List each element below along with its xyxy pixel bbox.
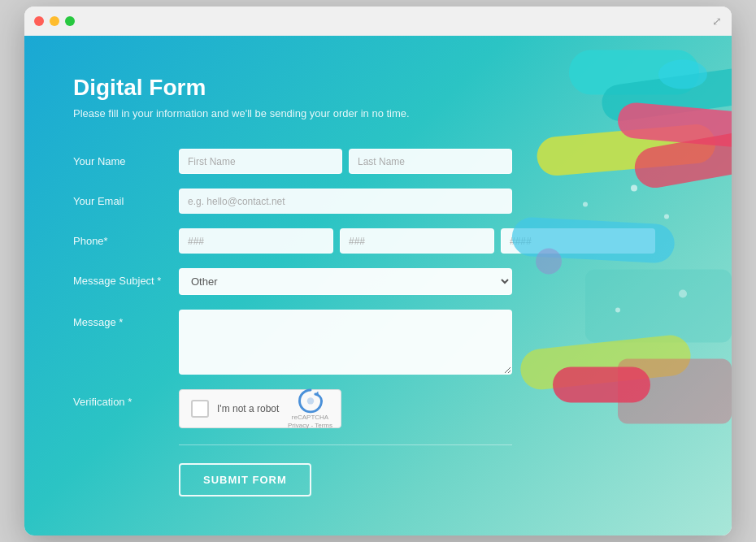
phone-label: Phone* — [73, 228, 179, 247]
svg-rect-1 — [600, 64, 732, 123]
form-divider — [179, 444, 512, 445]
verification-fields: I'm not a robot reCAPTCHAPrivacy - Terms — [179, 389, 512, 428]
svg-rect-0 — [569, 50, 699, 95]
svg-rect-6 — [585, 270, 732, 343]
svg-point-15 — [679, 290, 687, 298]
svg-point-16 — [583, 202, 588, 207]
close-button[interactable] — [34, 16, 44, 26]
message-textarea[interactable] — [179, 310, 512, 375]
submit-button[interactable]: SUBMIT FORM — [179, 463, 311, 496]
maximize-button[interactable] — [65, 16, 75, 26]
name-row: Your Name — [73, 149, 512, 174]
recaptcha-logo: reCAPTCHAPrivacy - Terms — [288, 388, 332, 429]
svg-point-10 — [658, 60, 707, 89]
svg-point-12 — [631, 185, 637, 192]
svg-rect-7 — [519, 333, 693, 392]
subject-label: Message Subject * — [73, 268, 179, 287]
minimize-button[interactable] — [50, 16, 59, 26]
phone-prefix-input[interactable] — [340, 228, 494, 254]
email-row: Your Email — [73, 189, 512, 214]
svg-point-13 — [664, 215, 669, 219]
verification-label: Verification * — [73, 389, 179, 408]
recaptcha-brand: reCAPTCHAPrivacy - Terms — [288, 414, 332, 429]
message-row: Message * — [73, 310, 512, 375]
form-subtitle: Please fill in your information and we'l… — [73, 107, 512, 119]
window: ⤢ — [24, 7, 732, 535]
message-fields — [179, 310, 512, 375]
phone-fields — [179, 228, 655, 254]
recaptcha-checkbox[interactable] — [191, 400, 209, 418]
subject-row: Message Subject * General Inquiry Suppor… — [73, 268, 512, 295]
first-name-input[interactable] — [179, 149, 342, 174]
phone-number-input[interactable] — [501, 228, 655, 254]
verification-row: Verification * I'm not a robot — [73, 389, 512, 428]
main-content: Digital Form Please fill in your informa… — [24, 36, 732, 535]
svg-rect-2 — [536, 123, 717, 177]
recaptcha-box[interactable]: I'm not a robot reCAPTCHAPrivacy - Terms — [179, 389, 341, 428]
phone-row: Phone* — [73, 228, 512, 254]
svg-rect-9 — [618, 359, 732, 424]
last-name-input[interactable] — [349, 149, 512, 174]
title-bar: ⤢ — [24, 7, 732, 36]
email-label: Your Email — [73, 189, 179, 207]
subject-select[interactable]: General Inquiry Support Sales Other — [179, 268, 512, 295]
phone-area-input[interactable] — [179, 228, 333, 254]
form-title: Digital Form — [73, 75, 512, 101]
svg-point-14 — [615, 308, 620, 313]
recaptcha-label: I'm not a robot — [217, 403, 279, 414]
svg-rect-3 — [616, 102, 732, 150]
email-fields — [179, 189, 512, 214]
svg-rect-4 — [632, 128, 732, 191]
expand-icon[interactable]: ⤢ — [712, 15, 722, 28]
svg-rect-8 — [553, 367, 650, 403]
svg-point-17 — [306, 397, 313, 404]
subject-fields: General Inquiry Support Sales Other — [179, 268, 512, 295]
name-label: Your Name — [73, 149, 179, 167]
message-label: Message * — [73, 310, 179, 328]
name-fields — [179, 149, 512, 174]
form-container: Digital Form Please fill in your informa… — [73, 75, 512, 496]
email-input[interactable] — [179, 189, 512, 214]
